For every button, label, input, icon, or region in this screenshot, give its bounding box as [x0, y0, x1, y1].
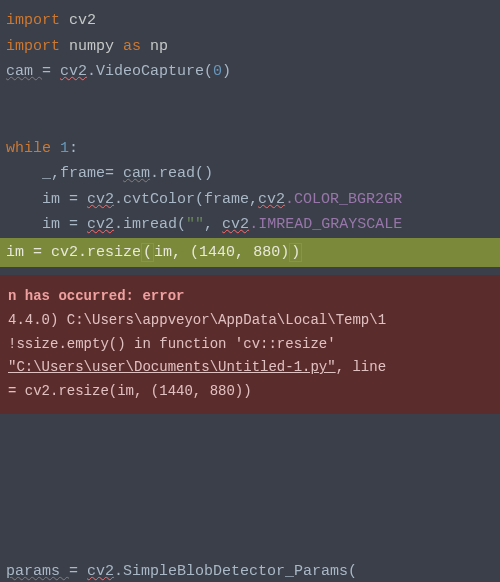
equals: = — [105, 165, 123, 182]
var-params: params — [6, 563, 69, 580]
call-resize: .resize — [78, 244, 141, 261]
code-line-params[interactable]: params = cv2.SimpleBlobDetector_Params( — [6, 559, 494, 582]
const-bgr2gray: .COLOR_BGR2GR — [285, 191, 402, 208]
code-line-1[interactable]: import cv2 — [0, 8, 500, 34]
error-line-4: = cv2.resize(im, (1440, 880)) — [8, 380, 492, 404]
indent — [6, 191, 42, 208]
blank-line — [0, 85, 500, 111]
lhs-im: im — [6, 244, 33, 261]
ref-cv2: cv2 — [60, 63, 87, 80]
arg-zero: 0 — [213, 63, 222, 80]
lhs-im: im — [42, 216, 69, 233]
ref-cv2-b: cv2 — [258, 191, 285, 208]
ref-cv2: cv2 — [87, 216, 114, 233]
ref-cv2: cv2 — [51, 244, 78, 261]
cond-one: 1 — [60, 140, 69, 157]
keyword-import: import — [6, 12, 60, 29]
equals: = — [33, 244, 51, 261]
error-panel[interactable]: n has occurred: error 4.4.0) C:\Users\ap… — [0, 275, 500, 414]
call-blobdetector: .SimpleBlobDetector_Params( — [114, 563, 357, 580]
error-line-1: 4.4.0) C:\Users\appveyor\AppData\Local\T… — [8, 309, 492, 333]
error-line-2: !ssize.empty() in function 'cv::resize' — [8, 333, 492, 357]
indent — [6, 165, 42, 182]
var-cam: cam — [6, 63, 42, 80]
colon: : — [69, 140, 78, 157]
error-line-suffix: , line — [336, 359, 386, 375]
blank-line — [6, 483, 494, 509]
const-grayscale: .IMREAD_GRAYSCALE — [249, 216, 402, 233]
args: im, ( — [154, 244, 199, 261]
code-line-imread[interactable]: im = cv2.imread("", cv2.IMREAD_GRAYSCALE — [0, 212, 500, 238]
code-line-resize-highlighted[interactable]: im = cv2.resize(im, (1440, 880)) — [0, 238, 500, 268]
comma: , — [235, 244, 253, 261]
indent — [6, 216, 42, 233]
equals: = — [69, 563, 87, 580]
call-read: .read() — [150, 165, 213, 182]
close-paren: ) — [222, 63, 231, 80]
lhs-frame: _,frame — [42, 165, 105, 182]
arg-880: 880 — [253, 244, 280, 261]
close-paren-box: ) — [289, 243, 302, 262]
equals: = — [69, 216, 87, 233]
call-cvtcolor: .cvtColor(frame, — [114, 191, 258, 208]
open-paren-box: ( — [141, 243, 154, 262]
error-file-link[interactable]: "C:\Users\user\Documents\Untitled-1.py" — [8, 359, 336, 375]
keyword-while: while — [6, 140, 60, 157]
code-line-cvtcolor[interactable]: im = cv2.cvtColor(frame,cv2.COLOR_BGR2GR — [0, 187, 500, 213]
keyword-as: as — [123, 38, 141, 55]
call-videocapture: .VideoCapture( — [87, 63, 213, 80]
code-line-read[interactable]: _,frame= cam.read() — [0, 161, 500, 187]
alias-np: np — [141, 38, 168, 55]
module-numpy: numpy — [60, 38, 123, 55]
equals: = — [69, 191, 87, 208]
close-paren: ) — [280, 244, 289, 261]
ref-cam: cam — [123, 165, 150, 182]
ref-cv2: cv2 — [87, 191, 114, 208]
blank-line — [0, 110, 500, 136]
ref-cv2-b: cv2 — [222, 216, 249, 233]
comma: , — [204, 216, 222, 233]
call-imread: .imread( — [114, 216, 186, 233]
lhs-im: im — [42, 191, 69, 208]
equals: = — [42, 63, 60, 80]
error-header: n has occurred: error — [8, 285, 492, 309]
code-below-error[interactable]: params = cv2.SimpleBlobDetector_Params( — [0, 414, 500, 582]
code-line-3[interactable]: cam = cv2.VideoCapture(0) — [0, 59, 500, 85]
code-line-while[interactable]: while 1: — [0, 136, 500, 162]
module-cv2: cv2 — [60, 12, 96, 29]
code-editor[interactable]: import cv2 import numpy as np cam = cv2.… — [0, 0, 500, 275]
empty-string: "" — [186, 216, 204, 233]
keyword-import: import — [6, 38, 60, 55]
error-line-3: "C:\Users\user\Documents\Untitled-1.py",… — [8, 356, 492, 380]
code-line-2[interactable]: import numpy as np — [0, 34, 500, 60]
ref-cv2: cv2 — [87, 563, 114, 580]
arg-1440: 1440 — [199, 244, 235, 261]
